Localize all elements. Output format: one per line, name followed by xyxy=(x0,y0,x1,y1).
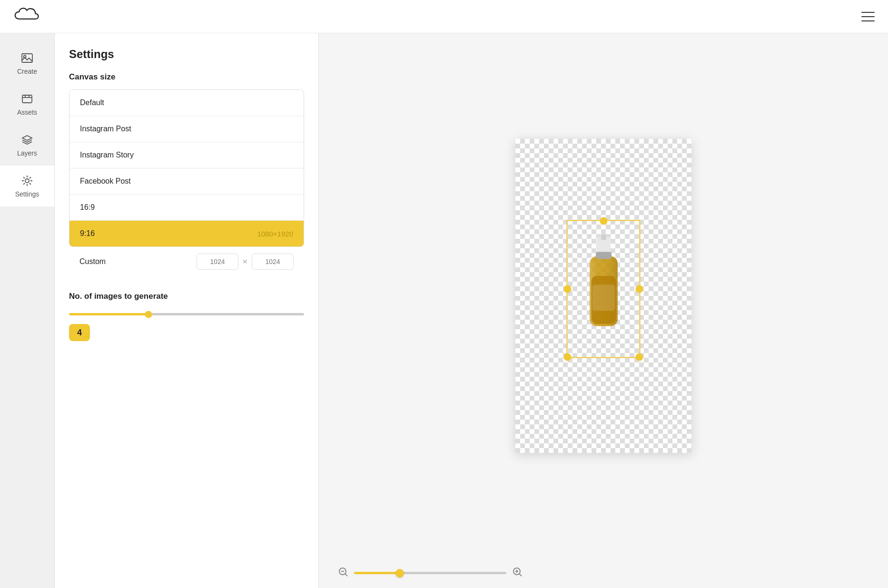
zoom-slider-track xyxy=(354,572,506,574)
product-container[interactable] xyxy=(567,220,641,358)
zoom-in-icon[interactable] xyxy=(512,567,523,579)
zoom-out-icon[interactable] xyxy=(338,567,348,579)
canvas-option-default-label: Default xyxy=(80,98,104,107)
custom-option: Custom ✕ xyxy=(69,247,304,276)
canvas-preview[interactable] xyxy=(515,139,691,453)
top-nav xyxy=(0,0,888,33)
custom-width-input[interactable] xyxy=(197,254,238,270)
sidebar-item-settings-label: Settings xyxy=(15,190,39,198)
sidebar-item-create-label: Create xyxy=(17,68,37,75)
svg-point-6 xyxy=(25,179,29,183)
images-count-slider[interactable] xyxy=(69,313,304,315)
left-sidebar: Create Assets Layers Setti xyxy=(0,33,55,588)
x-separator: ✕ xyxy=(242,258,248,265)
canvas-option-instagram-post[interactable]: Instagram Post xyxy=(69,116,304,142)
canvas-option-instagram-story-label: Instagram Story xyxy=(80,151,134,159)
main-layout: Create Assets Layers Setti xyxy=(0,33,888,588)
canvas-area xyxy=(319,33,888,588)
sidebar-item-create[interactable]: Create xyxy=(0,43,54,84)
canvas-option-16-9[interactable]: 16:9 xyxy=(69,195,304,221)
layers-icon xyxy=(20,133,34,147)
canvas-size-label: Canvas size xyxy=(69,72,304,82)
handle-bottom-left[interactable] xyxy=(564,353,572,361)
zoom-bar xyxy=(319,558,888,588)
sidebar-item-layers[interactable]: Layers xyxy=(0,125,54,166)
image-icon xyxy=(20,51,34,65)
settings-icon xyxy=(20,174,34,187)
canvas-option-16-9-label: 16:9 xyxy=(80,203,95,212)
sidebar-item-settings[interactable]: Settings xyxy=(0,166,54,206)
logo[interactable] xyxy=(13,6,42,27)
canvas-options: Default Instagram Post Instagram Story F… xyxy=(69,89,304,247)
handle-bottom-right[interactable] xyxy=(636,353,643,361)
selection-box xyxy=(567,220,641,358)
sidebar-item-assets[interactable]: Assets xyxy=(0,84,54,125)
sidebar-item-layers-label: Layers xyxy=(17,149,37,157)
slider-container xyxy=(69,309,304,317)
assets-icon xyxy=(20,92,34,106)
canvas-option-facebook-post-label: Facebook Post xyxy=(80,177,131,186)
handle-middle-right[interactable] xyxy=(636,285,643,293)
hamburger-button[interactable] xyxy=(861,12,875,21)
settings-title: Settings xyxy=(69,48,304,61)
canvas-option-9-16-dimension: 1080×1920 xyxy=(257,230,294,238)
canvas-option-facebook-post[interactable]: Facebook Post xyxy=(69,168,304,195)
zoom-slider-thumb xyxy=(395,569,404,578)
images-count-label: No. of images to generate xyxy=(69,292,304,301)
custom-height-input[interactable] xyxy=(252,254,294,270)
canvas-wrapper xyxy=(319,33,888,558)
canvas-option-instagram-post-label: Instagram Post xyxy=(80,125,131,133)
svg-rect-0 xyxy=(22,54,32,62)
canvas-option-instagram-story[interactable]: Instagram Story xyxy=(69,142,304,168)
svg-line-15 xyxy=(345,574,348,577)
handle-middle-left[interactable] xyxy=(564,285,572,293)
custom-inputs: ✕ xyxy=(197,254,294,270)
sidebar-item-assets-label: Assets xyxy=(17,108,37,116)
canvas-option-9-16[interactable]: 9:16 1080×1920 xyxy=(69,221,304,246)
canvas-option-default[interactable]: Default xyxy=(69,90,304,116)
slider-section: No. of images to generate 4 xyxy=(69,292,304,341)
handle-top-center[interactable] xyxy=(600,217,607,225)
settings-panel: Settings Canvas size Default Instagram P… xyxy=(55,33,319,588)
slider-value-badge: 4 xyxy=(69,324,90,341)
svg-line-18 xyxy=(520,574,522,577)
svg-rect-2 xyxy=(22,95,32,103)
canvas-option-9-16-label: 9:16 xyxy=(80,229,95,238)
custom-label: Custom xyxy=(79,257,106,266)
